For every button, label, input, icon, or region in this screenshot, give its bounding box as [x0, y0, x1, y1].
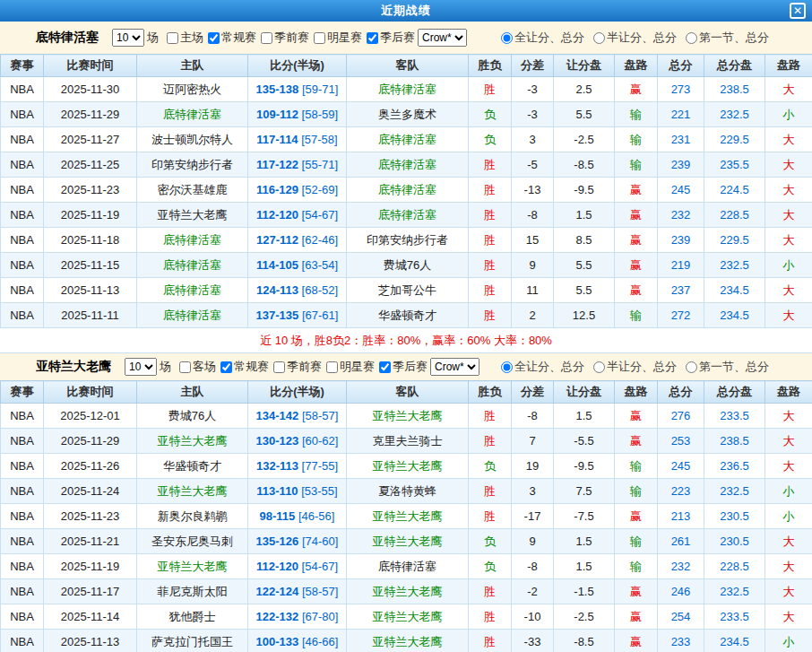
filter-checkbox[interactable]: 常规赛 [208, 30, 256, 46]
date-cell: 2025-11-17 [44, 579, 137, 604]
radio-input[interactable] [593, 32, 605, 44]
diff-cell: -3 [512, 102, 554, 127]
score-cell: 98-115 [46-56] [248, 504, 347, 529]
total-line-cell: 232.5 [704, 579, 765, 604]
radio-input[interactable] [593, 361, 605, 373]
handicap-result-cell: 输 [615, 554, 658, 579]
handicap-result-cell: 赢 [615, 228, 658, 253]
checkbox-input[interactable] [220, 361, 232, 373]
handicap-cell: 7.5 [554, 479, 615, 504]
total-line-cell: 229.5 [704, 228, 765, 253]
ou-cell: 小 [765, 504, 812, 529]
checkbox-input[interactable] [208, 32, 220, 44]
checkbox-input[interactable] [273, 361, 285, 373]
checkbox-input[interactable] [326, 361, 338, 373]
game-row: NBA2025-11-23新奥尔良鹈鹕98-115 [46-56]亚特兰大老鹰胜… [1, 504, 812, 529]
filter-checkbox[interactable]: 季后赛 [367, 30, 415, 46]
handicap-result-cell: 赢 [615, 429, 658, 454]
result-cell: 胜 [469, 579, 512, 604]
filter-checkbox[interactable]: 季前赛 [273, 359, 322, 375]
filter-checkbox[interactable]: 主场 [167, 30, 203, 46]
ou-cell: 小 [765, 253, 812, 278]
score-cell: 109-112 [58-59] [248, 102, 347, 127]
line-type-radio[interactable]: 第一节、总分 [686, 30, 769, 46]
result-cell: 胜 [469, 404, 512, 429]
date-cell: 2025-11-27 [44, 127, 137, 152]
bookmaker-select[interactable]: Crow* [430, 358, 479, 376]
handicap-cell: 5.5 [554, 278, 615, 303]
filter-checkbox[interactable]: 季前赛 [261, 30, 309, 46]
total-cell: 272 [658, 303, 704, 328]
line-type-radio[interactable]: 半让分、总分 [593, 359, 677, 375]
checkbox-input[interactable] [314, 32, 325, 44]
checkbox-label: 明星赛 [327, 30, 362, 46]
checkbox-input[interactable] [261, 32, 272, 44]
home-team-cell: 圣安东尼奥马刺 [137, 529, 248, 554]
home-team-cell: 菲尼克斯太阳 [137, 579, 248, 604]
handicap-cell: -5.5 [554, 429, 615, 454]
score-cell: 112-120 [54-67] [248, 203, 347, 228]
filter-checkbox[interactable]: 明星赛 [326, 359, 375, 375]
game-row: NBA2025-11-13底特律活塞124-113 [68-52]芝加哥公牛胜1… [1, 278, 812, 303]
total-cell: 232 [658, 554, 704, 579]
total-line-cell: 228.5 [704, 554, 765, 579]
score-cell: 135-138 [59-71] [248, 77, 347, 102]
handicap-result-cell: 输 [615, 127, 658, 152]
ou-cell: 大 [765, 77, 812, 102]
result-cell: 负 [469, 102, 512, 127]
game-row: NBA2025-11-13萨克拉门托国王100-133 [46-66]亚特兰大老… [1, 630, 812, 652]
line-type-radio[interactable]: 全让分、总分 [501, 30, 584, 46]
line-type-radio[interactable]: 第一节、总分 [686, 359, 769, 375]
total-line-cell: 230.5 [704, 529, 765, 554]
radio-input[interactable] [686, 361, 697, 373]
hawks-section: 亚特兰大老鹰 10 场 客场常规赛季前赛明星赛季后赛 Crow* 全让分、总分半… [0, 353, 812, 652]
table-header-row: 赛事比赛时间主队比分(半场)客队胜负分差让分盘盘路总分总分盘盘路 [1, 381, 812, 404]
radio-input[interactable] [686, 32, 697, 44]
total-cell: 232 [658, 203, 704, 228]
game-row: NBA2025-11-14犹他爵士122-132 [67-80]亚特兰大老鹰胜-… [1, 604, 812, 630]
diff-cell: -3 [512, 77, 554, 102]
checkbox-input[interactable] [167, 32, 178, 44]
checkbox-input[interactable] [367, 32, 378, 44]
diff-cell: -13 [512, 178, 554, 203]
filter-checkbox[interactable]: 客场 [179, 359, 216, 375]
total-line-cell: 232.5 [704, 253, 765, 278]
game-row: NBA2025-11-23密尔沃基雄鹿116-129 [52-69]底特律活塞胜… [1, 178, 812, 203]
bookmaker-select[interactable]: Crow* [418, 29, 467, 47]
close-icon[interactable]: ✕ [790, 3, 806, 19]
game-row: NBA2025-11-19亚特兰大老鹰112-120 [54-67]底特律活塞胜… [1, 203, 812, 228]
result-cell: 胜 [469, 504, 512, 529]
ou-cell: 大 [765, 529, 812, 554]
date-cell: 2025-11-26 [44, 454, 137, 479]
column-header: 客队 [347, 381, 469, 404]
league-cell: NBA [1, 102, 44, 127]
radio-input[interactable] [501, 361, 513, 373]
line-type-radio[interactable]: 全让分、总分 [501, 359, 584, 375]
diff-cell: 11 [512, 278, 554, 303]
handicap-result-cell: 输 [615, 303, 658, 328]
checkbox-label: 季前赛 [274, 30, 309, 46]
date-cell: 2025-11-14 [44, 604, 137, 630]
filter-checkbox[interactable]: 明星赛 [314, 30, 362, 46]
league-cell: NBA [1, 429, 44, 454]
handicap-cell: 5.5 [554, 253, 615, 278]
filter-checkbox[interactable]: 常规赛 [220, 359, 269, 375]
total-line-cell: 234.5 [704, 303, 765, 328]
line-type-radio[interactable]: 半让分、总分 [593, 30, 677, 46]
games-count-select[interactable]: 10 [125, 358, 157, 376]
pistons-results-table: 赛事比赛时间主队比分(半场)客队胜负分差让分盘盘路总分总分盘盘路 NBA2025… [0, 54, 812, 328]
game-row: NBA2025-11-27波士顿凯尔特人117-114 [57-58]底特律活塞… [1, 127, 812, 152]
checkbox-input[interactable] [179, 361, 191, 373]
handicap-result-cell: 赢 [615, 630, 658, 652]
score-cell: 137-135 [67-61] [248, 303, 347, 328]
home-team-cell: 费城76人 [137, 404, 248, 429]
total-line-cell: 235.5 [704, 152, 765, 178]
diff-cell: -17 [512, 504, 554, 529]
games-count-select[interactable]: 10 [112, 29, 144, 47]
radio-input[interactable] [501, 32, 513, 44]
away-team-cell: 底特律活塞 [347, 152, 469, 178]
checkbox-input[interactable] [379, 361, 391, 373]
handicap-result-cell: 赢 [615, 604, 658, 630]
filter-checkbox[interactable]: 季后赛 [379, 359, 428, 375]
league-cell: NBA [1, 253, 44, 278]
